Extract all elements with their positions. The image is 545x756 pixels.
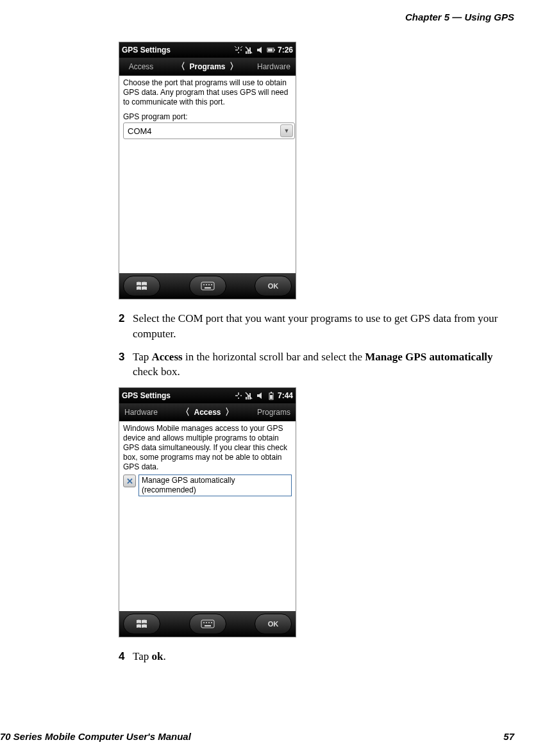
svg-rect-25 — [205, 625, 211, 626]
svg-rect-7 — [201, 282, 214, 290]
step-2-text: Select the COM port that you want your p… — [133, 311, 514, 342]
dropdown-value: COM4 — [128, 126, 152, 136]
port-field-label: GPS program port: — [123, 112, 292, 121]
chevron-left-icon[interactable]: 〈 — [181, 407, 190, 418]
bottom-bar: OK — [119, 273, 296, 299]
ok-button[interactable]: OK — [255, 614, 292, 634]
start-button[interactable] — [123, 614, 160, 634]
chevron-left-icon[interactable]: 〈 — [176, 61, 185, 72]
titlebar: GPS Settings 7:26 — [119, 42, 296, 58]
svg-rect-6 — [268, 49, 272, 51]
signal-icon — [245, 46, 254, 55]
manage-gps-checkbox[interactable]: ✕ — [123, 475, 136, 487]
svg-point-22 — [206, 622, 207, 623]
svg-point-21 — [203, 622, 205, 623]
help-text: Choose the port that programs will use t… — [123, 78, 292, 107]
tab-hardware[interactable]: Hardware — [257, 62, 290, 71]
help-text: Windows Mobile manages access to your GP… — [123, 424, 292, 472]
step-4-number: 4 — [119, 649, 133, 664]
connectivity-icon — [234, 46, 243, 55]
svg-point-24 — [211, 622, 212, 623]
svg-rect-0 — [246, 51, 247, 54]
windows-icon — [135, 281, 148, 291]
svg-rect-19 — [271, 392, 272, 393]
keyboard-icon — [201, 281, 215, 290]
ok-button[interactable]: OK — [255, 276, 292, 296]
svg-point-8 — [203, 284, 205, 285]
titlebar-title: GPS Settings — [122, 391, 171, 400]
step-3-number: 3 — [119, 349, 133, 380]
tab-programs[interactable]: Programs — [257, 408, 290, 417]
svg-rect-13 — [246, 397, 247, 399]
svg-point-23 — [208, 622, 210, 623]
titlebar-time: 7:44 — [278, 391, 293, 400]
svg-rect-5 — [274, 49, 275, 51]
port-dropdown[interactable]: COM4 ▼ — [123, 122, 295, 139]
tab-programs[interactable]: Programs — [189, 62, 225, 71]
titlebar: GPS Settings 7:44 — [119, 388, 296, 403]
titlebar-time: 7:26 — [278, 46, 293, 55]
manage-gps-checkbox-label: Manage GPS automatically (recommended) — [138, 475, 292, 496]
footer-page-number: 57 — [503, 731, 514, 742]
screenshot-gps-access: GPS Settings 7:44 — [119, 387, 296, 637]
windows-icon — [135, 619, 148, 629]
step-2: 2 Select the COM port that you want your… — [119, 311, 514, 342]
keyboard-button[interactable] — [189, 614, 226, 634]
battery-icon — [267, 391, 276, 400]
volume-icon — [256, 391, 265, 400]
battery-icon — [267, 46, 276, 55]
footer-manual-title: 70 Series Mobile Computer User's Manual — [0, 731, 191, 742]
svg-point-11 — [211, 284, 212, 285]
titlebar-title: GPS Settings — [122, 46, 171, 55]
svg-rect-12 — [205, 287, 211, 289]
step-4: 4 Tap ok. — [119, 649, 514, 664]
bottom-bar: OK — [119, 611, 296, 637]
step-2-number: 2 — [119, 311, 133, 342]
svg-point-9 — [206, 284, 207, 285]
svg-point-10 — [208, 284, 210, 285]
dropdown-arrow-icon[interactable]: ▼ — [280, 124, 293, 137]
step-3-text: Tap Access in the horizontal scroll bar … — [133, 349, 514, 380]
signal-icon — [245, 391, 254, 400]
chevron-right-icon[interactable]: 〉 — [225, 407, 234, 418]
volume-icon — [256, 46, 265, 55]
svg-rect-18 — [270, 395, 272, 399]
app-body: Windows Mobile manages access to your GP… — [119, 421, 296, 611]
chevron-right-icon[interactable]: 〉 — [230, 61, 239, 72]
tab-bar: Hardware 〈 Access 〉 Programs — [119, 403, 296, 421]
tab-access[interactable]: Access — [194, 408, 221, 417]
screenshot-gps-programs: GPS Settings 7:26 — [119, 42, 296, 299]
keyboard-button[interactable] — [189, 276, 226, 296]
start-button[interactable] — [123, 276, 160, 296]
step-3: 3 Tap Access in the horizontal scroll ba… — [119, 349, 514, 380]
tab-hardware[interactable]: Hardware — [124, 408, 158, 417]
tab-access[interactable]: Access — [124, 62, 158, 71]
chapter-header: Chapter 5 — Using GPS — [0, 12, 514, 22]
keyboard-icon — [201, 619, 215, 628]
tab-bar: Access 〈 Programs 〉 Hardware — [119, 58, 296, 76]
connectivity-icon — [234, 391, 243, 400]
app-body: Choose the port that programs will use t… — [119, 76, 296, 273]
svg-rect-20 — [201, 620, 214, 628]
page-footer: 70 Series Mobile Computer User's Manual … — [0, 731, 514, 742]
step-4-text: Tap ok. — [133, 649, 166, 664]
